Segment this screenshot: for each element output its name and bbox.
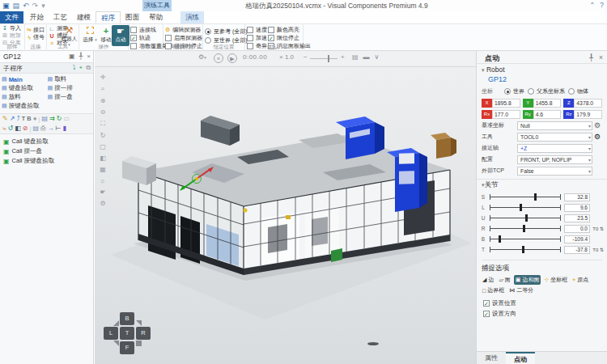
subprogram-item[interactable]: ▤键盘拾取 [2, 84, 46, 92]
pin-icon[interactable]: ╀ [589, 53, 593, 61]
rz-value-field[interactable]: 179.9 [574, 110, 602, 119]
interfaces-button[interactable]: ⇋ 接口 [27, 27, 45, 33]
base-statement-icon[interactable]: B [27, 115, 31, 123]
attach-button[interactable]: ⊞ 附加 [2, 32, 23, 39]
branch-statement-icon[interactable]: ⤷ [2, 125, 6, 133]
speed-checkbox[interactable] [247, 27, 253, 33]
rx-value-field[interactable]: 177.0 [492, 110, 520, 119]
capture-image-icon[interactable]: ▤ [352, 53, 359, 61]
acceleration-checkbox[interactable] [247, 35, 253, 41]
viewcube-front[interactable]: F [120, 341, 134, 354]
set-orientation-checkbox[interactable]: ✓ [483, 311, 490, 317]
close-icon[interactable]: × [87, 53, 91, 60]
joint-slider-handle[interactable] [499, 235, 501, 243]
doc-statement-icon[interactable]: ▤ [33, 125, 40, 133]
goto-statement-icon[interactable]: → [48, 125, 54, 133]
speed-decrease-icon[interactable]: − [304, 53, 308, 61]
speed-slider[interactable] [310, 58, 337, 59]
redo-icon[interactable]: ↷ [32, 1, 39, 11]
minimize-ribbon-icon[interactable]: ⌃ [589, 1, 595, 9]
speed-increase-icon[interactable]: + [341, 53, 345, 61]
joint-value-field[interactable]: 9.6 [564, 204, 590, 212]
joint-value-field[interactable]: -37.8 [564, 246, 590, 254]
viewcube-right[interactable]: R [136, 327, 151, 340]
run-statement-icon[interactable]: ⇉ [49, 115, 55, 123]
view-cube[interactable]: B L T R F [103, 312, 153, 359]
call-statement[interactable]: ▣Call 键盘拾取 [3, 137, 90, 146]
joint-value-field[interactable]: 0.0 [564, 225, 590, 233]
tab-program[interactable]: 程序 [96, 11, 121, 23]
add-program-icon[interactable]: + [79, 64, 83, 72]
color-highlight-checkbox[interactable] [268, 27, 274, 33]
subprogram-item[interactable]: ▤摆一排 [48, 84, 92, 92]
snap-mode-边[interactable]: ◢边 [481, 275, 495, 285]
undo-icon[interactable]: ↶ [23, 1, 29, 11]
close-icon[interactable]: × [599, 53, 603, 61]
print-statement-icon[interactable]: ⎙ [40, 125, 45, 133]
robot-name-link[interactable]: GP12 [488, 75, 602, 83]
robot-section-header[interactable]: ▾ Robot [482, 66, 602, 74]
viewport-3d[interactable]: ⚙▾ « ▶ 0:00.00 × 1.0 − + ▤▬∨ ✛⌕⊕⊖⛶↻▢◧▦☼☛… [95, 51, 476, 364]
joint-slider-handle[interactable] [534, 193, 537, 201]
joint-slider-handle[interactable] [522, 246, 524, 253]
base-dropdown[interactable]: Null▾ [517, 121, 592, 130]
customize-quick-access-icon[interactable]: ▾ [41, 1, 45, 11]
joint-value-field[interactable]: -109.4 [564, 235, 590, 243]
tab-help[interactable]: 帮助 [144, 11, 168, 23]
external-tcp-dropdown[interactable]: False▾ [517, 167, 592, 176]
tab-jog[interactable]: 点动 [506, 352, 535, 364]
call-statement[interactable]: ▣Call 按键盘拾取 [3, 156, 90, 166]
chart-statement-icon[interactable]: ▮ [62, 125, 66, 133]
subprogram-item[interactable]: ▤取料 [48, 75, 92, 83]
import-button[interactable]: ↧ 导入 [2, 25, 23, 32]
snap-mode-边界框[interactable]: □边界框 [481, 286, 506, 295]
z-value-field[interactable]: 4378.0 [574, 99, 602, 108]
world-radio[interactable] [504, 88, 511, 95]
linear-motion-icon[interactable]: ↗ [10, 115, 15, 123]
trace-checkbox[interactable]: ✓ [130, 35, 137, 41]
snap-mode-二等分[interactable]: ⋈二等分 [507, 286, 535, 295]
joint-turns-spinner[interactable]: T0 ⇅ [590, 247, 604, 252]
to-world-radio[interactable] [205, 37, 211, 44]
joint-slider-handle[interactable] [520, 204, 522, 211]
viewcube-top[interactable]: T [120, 327, 134, 340]
help-icon[interactable]: ? [600, 1, 604, 9]
subprogram-item[interactable]: ▤放料 [2, 93, 46, 101]
jump-to-icon[interactable]: ⤵ [73, 64, 76, 72]
save-icon[interactable]: ▤ [13, 1, 20, 11]
grid-statement-icon[interactable]: ◧ [15, 125, 21, 133]
signals-button[interactable]: ϟ 信号 [27, 34, 45, 40]
base-gear-icon[interactable]: ⚙ [592, 121, 602, 129]
text-statement-icon[interactable]: T [21, 115, 25, 123]
joint-value-field[interactable]: 23.5 [564, 214, 590, 222]
tab-file[interactable]: 文件 [0, 11, 23, 23]
robot-tools-button[interactable]: ⚒ 机器人 ▾ [60, 24, 79, 45]
subprogram-item[interactable]: ▤摆一盘 [48, 93, 92, 101]
joints-header[interactable]: ▾关节 [482, 180, 602, 190]
halt-statement-icon[interactable]: ⊘ [23, 125, 28, 133]
snap-mode-面[interactable]: ▱面 [497, 275, 511, 285]
limit-stop-checkbox[interactable]: ✓ [268, 35, 274, 41]
joint-slider-handle[interactable] [525, 214, 528, 222]
app-icon[interactable]: ▣ [2, 1, 10, 11]
dock-icon[interactable]: ▣ [69, 53, 75, 60]
tab-process[interactable]: 工艺 [49, 11, 72, 23]
edit-statement-icon[interactable]: ✎ [2, 115, 8, 123]
tab-drawing[interactable]: 图面 [121, 11, 144, 23]
y-value-field[interactable]: 1455.8 [533, 99, 562, 108]
subprogram-item[interactable] [48, 102, 92, 110]
viewcube-back[interactable]: B [120, 312, 134, 325]
joint-turns-spinner[interactable]: T0 ⇅ [590, 226, 604, 231]
tab-demo[interactable]: 演练 [180, 11, 204, 23]
snap-mode-坐标框[interactable]: ⊹坐标框 [542, 275, 569, 285]
while-statement-icon[interactable]: ↺ [7, 125, 13, 133]
tool-gear-icon[interactable]: ⚙ [592, 133, 602, 141]
export-geometry-icon[interactable]: ∨ [375, 53, 380, 61]
joint-slider[interactable] [490, 228, 561, 229]
tab-home[interactable]: 开始 [25, 11, 49, 23]
edit-detectors-button[interactable]: ⚙ 编辑探测器 [165, 26, 201, 33]
subprogram-item[interactable]: ▤按键盘拾取 [2, 102, 46, 110]
joint-slider[interactable] [490, 239, 561, 239]
object-radio[interactable] [568, 88, 575, 95]
wait-statement-icon[interactable]: ● [33, 115, 37, 123]
